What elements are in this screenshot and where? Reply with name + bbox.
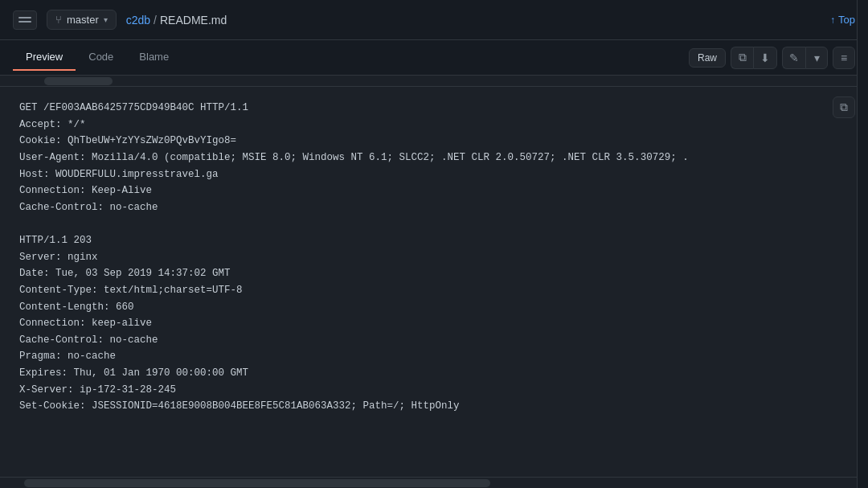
tabs: Preview Code Blame: [13, 44, 182, 71]
code-line-9: HTTP/1.1 203: [19, 235, 92, 246]
copy-download-group: ⧉ ⬇: [731, 47, 777, 69]
code-line-8: [19, 218, 26, 229]
tab-blame[interactable]: Blame: [126, 44, 182, 71]
code-line-15: Cache-Control: no-cache: [19, 334, 158, 346]
edit-button[interactable]: ✎: [782, 47, 805, 69]
top-label: Top: [838, 14, 855, 26]
code-line-5: Host: WOUDERFULU.impresstravel.ga: [19, 169, 219, 180]
branch-selector[interactable]: ⑂ master ▾: [47, 10, 117, 30]
code-line-4: User-Agent: Mozilla/4.0 (compatible; MSI…: [19, 152, 689, 163]
code-line-11: Date: Tue, 03 Sep 2019 14:37:02 GMT: [19, 268, 231, 279]
list-button[interactable]: ≡: [833, 47, 855, 69]
copy-button[interactable]: ⧉: [731, 47, 753, 69]
code-line-3: Cookie: QhTbeUW+YzYYsZWz0PQvBvYIgo8=: [19, 135, 236, 146]
tab-code[interactable]: Code: [76, 44, 126, 71]
download-button[interactable]: ⬇: [753, 47, 777, 69]
code-block: GET /EF003AAB6425775CD949B40C HTTP/1.1 A…: [19, 100, 849, 415]
breadcrumb: c2db / README.md: [126, 14, 227, 27]
tab-preview[interactable]: Preview: [13, 44, 76, 71]
code-line-7: Cache-Control: no-cache: [19, 202, 158, 213]
file-name: README.md: [160, 14, 227, 27]
tab-actions: Raw ⧉ ⬇ ✎ ▾ ≡: [689, 47, 855, 69]
tab-bar: Preview Code Blame Raw ⧉ ⬇ ✎ ▾ ≡: [0, 40, 868, 76]
pencil-icon: ✎: [789, 51, 799, 64]
right-scrollbar[interactable]: [857, 0, 868, 488]
sidebar-toggle[interactable]: [13, 10, 37, 30]
edit-group: ✎ ▾: [782, 47, 828, 69]
copy-icon: ⧉: [739, 51, 747, 64]
code-line-19: Set-Cookie: JSESSIONID=4618E9008B004BEE8…: [19, 400, 460, 412]
code-line-10: Server: nginx: [19, 252, 98, 263]
code-line-2: Accept: */*: [19, 119, 86, 130]
raw-button[interactable]: Raw: [689, 48, 726, 68]
code-line-13: Content-Length: 660: [19, 301, 134, 313]
top-link[interactable]: ↑ Top: [830, 14, 855, 26]
code-line-17: Expires: Thu, 01 Jan 1970 00:00:00 GMT: [19, 367, 248, 379]
download-icon: ⬇: [760, 51, 770, 64]
scroll-thumb-bottom[interactable]: [24, 479, 490, 487]
scroll-thumb-top[interactable]: [44, 77, 113, 85]
git-icon: ⑂: [55, 14, 62, 26]
breadcrumb-separator: /: [154, 14, 157, 27]
chevron-down-icon: ▾: [814, 51, 820, 64]
code-copy-button[interactable]: ⧉: [833, 96, 855, 118]
edit-options-button[interactable]: ▾: [805, 47, 828, 69]
code-line-12: Content-Type: text/html;charset=UTF-8: [19, 285, 243, 296]
branch-name: master: [67, 14, 99, 26]
top-bar-left: ⑂ master ▾ c2db / README.md: [13, 10, 227, 30]
list-icon: ≡: [841, 51, 847, 64]
arrow-up-icon: ↑: [830, 14, 835, 26]
code-line-1: GET /EF003AAB6425775CD949B40C HTTP/1.1: [19, 102, 248, 113]
scroll-track-bottom[interactable]: [0, 477, 868, 488]
code-line-6: Connection: Keep-Alive: [19, 185, 152, 196]
code-line-16: Pragma: no-cache: [19, 351, 116, 362]
content-area: ⧉ GET /EF003AAB6425775CD949B40C HTTP/1.1…: [0, 87, 868, 477]
code-line-18: X-Server: ip-172-31-28-245: [19, 384, 176, 396]
copy-code-icon: ⧉: [840, 100, 848, 114]
code-line-14: Connection: keep-alive: [19, 318, 152, 329]
scroll-track-top[interactable]: [0, 76, 868, 87]
repo-link[interactable]: c2db: [126, 14, 150, 27]
chevron-down-icon: ▾: [104, 15, 108, 24]
top-bar: ⑂ master ▾ c2db / README.md ↑ Top: [0, 0, 868, 40]
